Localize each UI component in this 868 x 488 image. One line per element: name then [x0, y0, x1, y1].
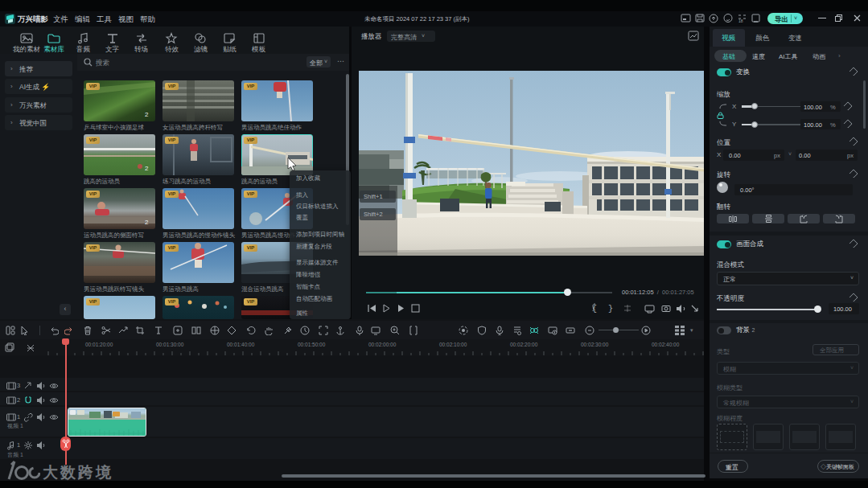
svg-text:{: {: [592, 305, 597, 314]
svg-text:}: }: [608, 305, 613, 314]
svg-text:18: 18: [738, 18, 743, 23]
svg-text:Shift+2: Shift+2: [364, 211, 383, 218]
svg-text:Shift+1: Shift+1: [364, 193, 383, 200]
